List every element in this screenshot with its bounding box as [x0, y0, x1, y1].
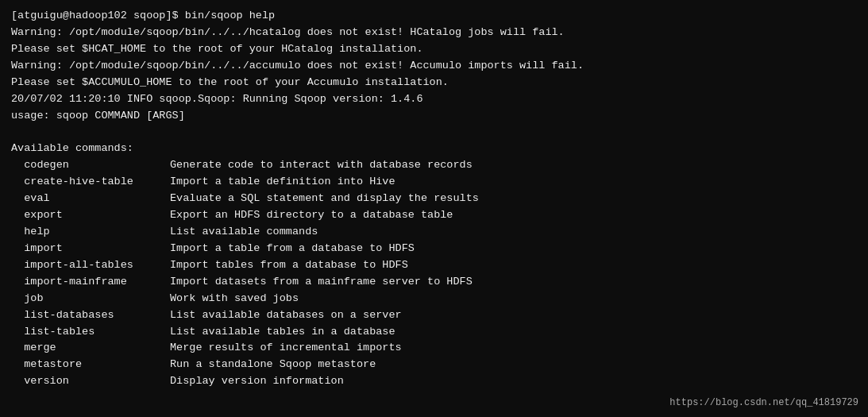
command-row: eval Evaluate a SQL statement and displa…	[11, 191, 857, 207]
command-row: help List available commands	[11, 224, 857, 241]
command-name: eval	[11, 191, 170, 207]
command-row: job Work with saved jobs	[11, 291, 857, 307]
version-info-line: 20/07/02 11:20:10 INFO sqoop.Sqoop: Runn…	[11, 91, 857, 108]
watermark: https://blog.csdn.net/qq_41819729	[669, 396, 858, 411]
hcat-info-line: Please set $HCAT_HOME to the root of you…	[11, 41, 857, 58]
command-description: Import a table definition into Hive	[170, 174, 395, 191]
command-row: merge Merge results of incremental impor…	[11, 340, 857, 357]
command-description: List available tables in a database	[170, 324, 395, 341]
command-description: List available commands	[170, 224, 318, 241]
command-description: Merge results of incremental imports	[170, 340, 402, 357]
command-description: List available databases on a server	[170, 307, 402, 324]
command-name: merge	[11, 340, 170, 357]
available-commands-header: Available commands:	[11, 141, 857, 157]
command-description: Work with saved jobs	[170, 291, 299, 307]
accumulo-info-line: Please set $ACCUMULO_HOME to the root of…	[11, 75, 857, 91]
command-description: Run a standalone Sqoop metastore	[170, 357, 376, 373]
command-name: import-all-tables	[11, 257, 170, 274]
command-row: list-databases List available databases …	[11, 307, 857, 324]
command-row: import Import a table from a database to…	[11, 241, 857, 257]
warning-line-1: Warning: /opt/module/sqoop/bin/../../hca…	[11, 25, 857, 41]
terminal-window: [atguigu@hadoop102 sqoop]$ bin/sqoop hel…	[0, 0, 868, 417]
command-description: Evaluate a SQL statement and display the…	[170, 191, 479, 207]
blank-line	[11, 124, 857, 141]
command-name: metastore	[11, 357, 170, 373]
command-name: import-mainframe	[11, 274, 170, 291]
command-description: Import a table from a database to HDFS	[170, 241, 415, 257]
command-name: help	[11, 224, 170, 241]
command-name: create-hive-table	[11, 174, 170, 191]
prompt-line: [atguigu@hadoop102 sqoop]$ bin/sqoop hel…	[11, 8, 857, 25]
warning-line-2: Warning: /opt/module/sqoop/bin/../../acc…	[11, 58, 857, 75]
command-row: import-all-tables Import tables from a d…	[11, 257, 857, 274]
command-name: list-databases	[11, 307, 170, 324]
command-description: Generate code to interact with database …	[170, 157, 473, 174]
command-name: list-tables	[11, 324, 170, 341]
command-name: codegen	[11, 157, 170, 174]
command-row: list-tables List available tables in a d…	[11, 324, 857, 341]
usage-line: usage: sqoop COMMAND [ARGS]	[11, 108, 857, 125]
command-row: import-mainframe Import datasets from a …	[11, 274, 857, 291]
commands-list: codegen Generate code to interact with d…	[11, 157, 857, 390]
command-description: Display version information	[170, 373, 344, 390]
command-description: Import tables from a database to HDFS	[170, 257, 408, 274]
command-description: Import datasets from a mainframe server …	[170, 274, 473, 291]
command-description: Export an HDFS directory to a database t…	[170, 207, 453, 224]
command-row: create-hive-table Import a table definit…	[11, 174, 857, 191]
command-row: version Display version information	[11, 373, 857, 390]
command-row: metastore Run a standalone Sqoop metasto…	[11, 357, 857, 373]
command-row: codegen Generate code to interact with d…	[11, 157, 857, 174]
command-name: export	[11, 207, 170, 224]
command-row: export Export an HDFS directory to a dat…	[11, 207, 857, 224]
command-name: version	[11, 373, 170, 390]
command-name: import	[11, 241, 170, 257]
command-name: job	[11, 291, 170, 307]
